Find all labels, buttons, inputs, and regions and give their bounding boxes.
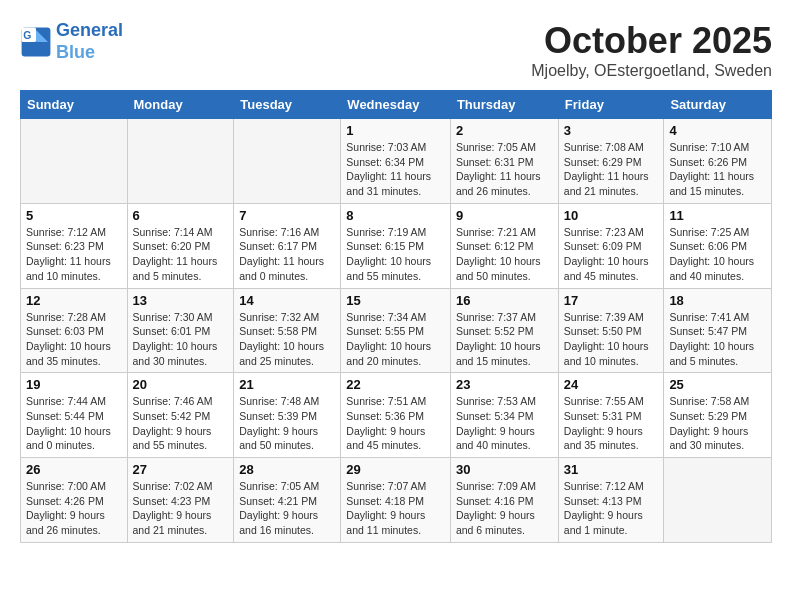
day-info: Sunrise: 7:10 AM Sunset: 6:26 PM Dayligh…	[669, 140, 766, 199]
calendar-header-row: Sunday Monday Tuesday Wednesday Thursday…	[21, 91, 772, 119]
calendar-cell: 26Sunrise: 7:00 AM Sunset: 4:26 PM Dayli…	[21, 458, 128, 543]
header-monday: Monday	[127, 91, 234, 119]
day-info: Sunrise: 7:19 AM Sunset: 6:15 PM Dayligh…	[346, 225, 445, 284]
calendar-cell: 14Sunrise: 7:32 AM Sunset: 5:58 PM Dayli…	[234, 288, 341, 373]
header-saturday: Saturday	[664, 91, 772, 119]
day-info: Sunrise: 7:58 AM Sunset: 5:29 PM Dayligh…	[669, 394, 766, 453]
day-number: 26	[26, 462, 122, 477]
day-info: Sunrise: 7:46 AM Sunset: 5:42 PM Dayligh…	[133, 394, 229, 453]
day-number: 31	[564, 462, 659, 477]
day-info: Sunrise: 7:39 AM Sunset: 5:50 PM Dayligh…	[564, 310, 659, 369]
day-info: Sunrise: 7:05 AM Sunset: 6:31 PM Dayligh…	[456, 140, 553, 199]
day-number: 28	[239, 462, 335, 477]
day-info: Sunrise: 7:09 AM Sunset: 4:16 PM Dayligh…	[456, 479, 553, 538]
day-info: Sunrise: 7:41 AM Sunset: 5:47 PM Dayligh…	[669, 310, 766, 369]
day-info: Sunrise: 7:30 AM Sunset: 6:01 PM Dayligh…	[133, 310, 229, 369]
header-friday: Friday	[558, 91, 664, 119]
calendar-table: Sunday Monday Tuesday Wednesday Thursday…	[20, 90, 772, 543]
calendar-cell	[21, 119, 128, 204]
day-number: 8	[346, 208, 445, 223]
calendar-cell: 22Sunrise: 7:51 AM Sunset: 5:36 PM Dayli…	[341, 373, 451, 458]
day-number: 30	[456, 462, 553, 477]
calendar-cell: 31Sunrise: 7:12 AM Sunset: 4:13 PM Dayli…	[558, 458, 664, 543]
page-header: G GeneralBlue October 2025 Mjoelby, OEst…	[20, 20, 772, 80]
calendar-cell: 16Sunrise: 7:37 AM Sunset: 5:52 PM Dayli…	[450, 288, 558, 373]
day-number: 13	[133, 293, 229, 308]
calendar-cell: 15Sunrise: 7:34 AM Sunset: 5:55 PM Dayli…	[341, 288, 451, 373]
day-number: 2	[456, 123, 553, 138]
calendar-cell	[664, 458, 772, 543]
day-number: 5	[26, 208, 122, 223]
calendar-cell: 7Sunrise: 7:16 AM Sunset: 6:17 PM Daylig…	[234, 203, 341, 288]
calendar-cell: 10Sunrise: 7:23 AM Sunset: 6:09 PM Dayli…	[558, 203, 664, 288]
day-number: 4	[669, 123, 766, 138]
svg-text:G: G	[23, 29, 31, 40]
calendar-week-2: 5Sunrise: 7:12 AM Sunset: 6:23 PM Daylig…	[21, 203, 772, 288]
day-info: Sunrise: 7:23 AM Sunset: 6:09 PM Dayligh…	[564, 225, 659, 284]
day-info: Sunrise: 7:14 AM Sunset: 6:20 PM Dayligh…	[133, 225, 229, 284]
calendar-cell	[127, 119, 234, 204]
day-info: Sunrise: 7:37 AM Sunset: 5:52 PM Dayligh…	[456, 310, 553, 369]
day-info: Sunrise: 7:51 AM Sunset: 5:36 PM Dayligh…	[346, 394, 445, 453]
title-block: October 2025 Mjoelby, OEstergoetland, Sw…	[531, 20, 772, 80]
header-wednesday: Wednesday	[341, 91, 451, 119]
day-number: 24	[564, 377, 659, 392]
calendar-cell: 30Sunrise: 7:09 AM Sunset: 4:16 PM Dayli…	[450, 458, 558, 543]
day-info: Sunrise: 7:53 AM Sunset: 5:34 PM Dayligh…	[456, 394, 553, 453]
logo-text: GeneralBlue	[56, 20, 123, 63]
day-number: 16	[456, 293, 553, 308]
logo-icon: G	[20, 26, 52, 58]
day-number: 7	[239, 208, 335, 223]
calendar-cell: 3Sunrise: 7:08 AM Sunset: 6:29 PM Daylig…	[558, 119, 664, 204]
day-number: 14	[239, 293, 335, 308]
day-info: Sunrise: 7:28 AM Sunset: 6:03 PM Dayligh…	[26, 310, 122, 369]
calendar-cell: 6Sunrise: 7:14 AM Sunset: 6:20 PM Daylig…	[127, 203, 234, 288]
day-number: 17	[564, 293, 659, 308]
day-number: 3	[564, 123, 659, 138]
calendar-cell: 12Sunrise: 7:28 AM Sunset: 6:03 PM Dayli…	[21, 288, 128, 373]
calendar-cell: 20Sunrise: 7:46 AM Sunset: 5:42 PM Dayli…	[127, 373, 234, 458]
calendar-cell: 9Sunrise: 7:21 AM Sunset: 6:12 PM Daylig…	[450, 203, 558, 288]
calendar-cell: 5Sunrise: 7:12 AM Sunset: 6:23 PM Daylig…	[21, 203, 128, 288]
location-subtitle: Mjoelby, OEstergoetland, Sweden	[531, 62, 772, 80]
day-number: 29	[346, 462, 445, 477]
day-number: 10	[564, 208, 659, 223]
day-number: 19	[26, 377, 122, 392]
day-info: Sunrise: 7:00 AM Sunset: 4:26 PM Dayligh…	[26, 479, 122, 538]
day-number: 27	[133, 462, 229, 477]
calendar-cell: 8Sunrise: 7:19 AM Sunset: 6:15 PM Daylig…	[341, 203, 451, 288]
calendar-week-3: 12Sunrise: 7:28 AM Sunset: 6:03 PM Dayli…	[21, 288, 772, 373]
day-info: Sunrise: 7:32 AM Sunset: 5:58 PM Dayligh…	[239, 310, 335, 369]
day-info: Sunrise: 7:21 AM Sunset: 6:12 PM Dayligh…	[456, 225, 553, 284]
day-number: 20	[133, 377, 229, 392]
day-number: 18	[669, 293, 766, 308]
calendar-week-4: 19Sunrise: 7:44 AM Sunset: 5:44 PM Dayli…	[21, 373, 772, 458]
day-number: 6	[133, 208, 229, 223]
day-number: 11	[669, 208, 766, 223]
calendar-cell: 19Sunrise: 7:44 AM Sunset: 5:44 PM Dayli…	[21, 373, 128, 458]
day-info: Sunrise: 7:12 AM Sunset: 6:23 PM Dayligh…	[26, 225, 122, 284]
day-number: 1	[346, 123, 445, 138]
day-info: Sunrise: 7:03 AM Sunset: 6:34 PM Dayligh…	[346, 140, 445, 199]
calendar-cell	[234, 119, 341, 204]
calendar-cell: 28Sunrise: 7:05 AM Sunset: 4:21 PM Dayli…	[234, 458, 341, 543]
day-info: Sunrise: 7:02 AM Sunset: 4:23 PM Dayligh…	[133, 479, 229, 538]
month-title: October 2025	[531, 20, 772, 62]
day-info: Sunrise: 7:08 AM Sunset: 6:29 PM Dayligh…	[564, 140, 659, 199]
logo: G GeneralBlue	[20, 20, 123, 63]
day-number: 15	[346, 293, 445, 308]
day-info: Sunrise: 7:48 AM Sunset: 5:39 PM Dayligh…	[239, 394, 335, 453]
calendar-cell: 21Sunrise: 7:48 AM Sunset: 5:39 PM Dayli…	[234, 373, 341, 458]
day-number: 23	[456, 377, 553, 392]
calendar-cell: 25Sunrise: 7:58 AM Sunset: 5:29 PM Dayli…	[664, 373, 772, 458]
day-info: Sunrise: 7:25 AM Sunset: 6:06 PM Dayligh…	[669, 225, 766, 284]
calendar-cell: 23Sunrise: 7:53 AM Sunset: 5:34 PM Dayli…	[450, 373, 558, 458]
calendar-week-1: 1Sunrise: 7:03 AM Sunset: 6:34 PM Daylig…	[21, 119, 772, 204]
day-info: Sunrise: 7:07 AM Sunset: 4:18 PM Dayligh…	[346, 479, 445, 538]
day-info: Sunrise: 7:44 AM Sunset: 5:44 PM Dayligh…	[26, 394, 122, 453]
day-number: 12	[26, 293, 122, 308]
day-number: 21	[239, 377, 335, 392]
calendar-week-5: 26Sunrise: 7:00 AM Sunset: 4:26 PM Dayli…	[21, 458, 772, 543]
day-info: Sunrise: 7:16 AM Sunset: 6:17 PM Dayligh…	[239, 225, 335, 284]
calendar-cell: 27Sunrise: 7:02 AM Sunset: 4:23 PM Dayli…	[127, 458, 234, 543]
